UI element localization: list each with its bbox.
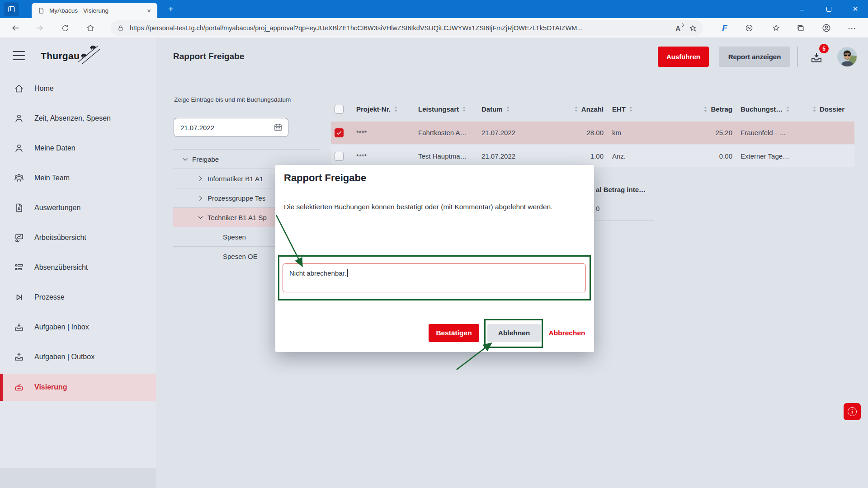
forward-button[interactable] — [32, 20, 48, 36]
column-header-dossier[interactable]: Dossier — [783, 97, 844, 121]
reject-button[interactable]: Ablehnen — [487, 324, 541, 342]
read-aloud-icon[interactable]: A — [675, 24, 683, 32]
cell-leistungsart: Test Hauptma… — [418, 145, 480, 167]
sort-icon[interactable] — [574, 106, 579, 113]
date-input[interactable]: 21.07.2022 — [174, 118, 288, 137]
address-bar[interactable]: https://personal-test.tg.ch/portal/myaba… — [111, 20, 703, 36]
confirm-button[interactable]: Bestätigen — [429, 324, 479, 342]
text-caret — [347, 269, 348, 277]
absence-list-icon — [14, 262, 24, 273]
window-maximize-button[interactable] — [818, 0, 839, 18]
sidebar-item-home[interactable]: Home — [0, 74, 156, 103]
table-row[interactable]: **** Test Hauptma… 21.07.2022 1.00 Anz. … — [331, 145, 854, 167]
new-tab-button[interactable]: + — [165, 3, 177, 16]
sidebar-menu: Home Zeit, Absenzen, Spesen Meine Daten … — [0, 74, 156, 401]
tab-workspaces-button[interactable] — [4, 2, 19, 16]
row-checkbox-checked[interactable] — [335, 128, 344, 137]
window-minimize-button[interactable]: – — [792, 0, 812, 18]
date-value: 21.07.2022 — [180, 124, 274, 131]
column-header-datum[interactable]: Datum — [481, 97, 510, 121]
sidebar-item-label: Zeit, Absenzen, Spesen — [34, 114, 111, 122]
home-icon — [86, 23, 95, 33]
chevron-right-icon — [197, 175, 204, 183]
sidebar-item-label: Mein Team — [34, 174, 70, 182]
brand-logo-text: Thurgau — [41, 51, 80, 61]
sidebar-item-label: Absenzübersicht — [34, 263, 88, 272]
cell-betrag: 25.20 — [678, 122, 732, 144]
rapport-freigabe-dialog: Rapport Freigabe Die selektierten Buchun… — [275, 165, 594, 352]
browser-tab[interactable]: MyAbacus - Visierung × — [32, 3, 157, 18]
page-title: Rapport Freigabe — [173, 52, 244, 61]
home-button[interactable] — [82, 20, 99, 36]
sidebar-item-zeit-absenzen-spesen[interactable]: Zeit, Absenzen, Spesen — [0, 103, 156, 133]
select-all-checkbox[interactable] — [335, 105, 344, 114]
row-checkbox-unchecked[interactable] — [335, 152, 344, 161]
sidebar-item-absenzuebersicht[interactable]: Absenzübersicht — [0, 253, 156, 282]
tab-close-icon[interactable]: × — [145, 7, 153, 14]
table-row[interactable]: **** Fahrtkosten A… 21.07.2022 28.00 km … — [331, 122, 854, 144]
sort-icon[interactable] — [628, 106, 633, 113]
sidebar-item-label: Meine Daten — [34, 144, 75, 152]
sidebar-item-mein-team[interactable]: Mein Team — [0, 163, 156, 193]
header-divider — [797, 47, 798, 67]
favorites-icon[interactable] — [767, 20, 785, 36]
info-button[interactable]: i — [844, 403, 861, 420]
back-button[interactable] — [7, 20, 24, 36]
cancel-button[interactable]: Abbrechen — [544, 324, 590, 342]
browser-profile-icon[interactable] — [817, 20, 835, 36]
calendar-icon[interactable] — [274, 123, 283, 132]
forward-icon — [35, 23, 44, 33]
sidebar-item-auswertungen[interactable]: Auswertungen — [0, 193, 156, 223]
column-header-anzahl[interactable]: Anzahl — [549, 97, 604, 121]
cell-betrag: 0.00 — [678, 145, 732, 167]
sidebar-item-aufgaben-inbox[interactable]: Aufgaben | Inbox — [0, 312, 156, 342]
chevron-down-icon — [197, 214, 204, 221]
tree-item-label: Spesen OE — [223, 253, 258, 260]
screen: MyAbacus - Visierung × + – ✕ https://per… — [0, 0, 868, 488]
column-header-betrag[interactable]: Betrag — [678, 97, 732, 121]
execute-button[interactable]: Ausführen — [658, 47, 709, 67]
show-report-button[interactable]: Report anzeigen — [719, 47, 790, 67]
cell-buchungstext: Frauenfeld - … — [741, 122, 808, 144]
team-icon — [14, 173, 24, 183]
summary-total-label-fragment: al Betrag inte… — [596, 186, 646, 193]
collections-icon[interactable] — [792, 20, 810, 36]
column-header-projekt[interactable]: Projekt-Nr. — [356, 97, 398, 121]
browser-essentials-icon[interactable] — [740, 20, 758, 36]
home-icon — [14, 83, 24, 94]
window-close-button[interactable]: ✕ — [845, 0, 866, 18]
read-aloud-arc — [680, 23, 684, 27]
more-menu-icon[interactable]: ⋯ — [843, 20, 861, 36]
cell-leistungsart: Fahrtkosten A… — [418, 122, 480, 144]
thurgau-crest-icon — [76, 43, 101, 64]
approval-box-icon — [14, 382, 24, 393]
reload-button[interactable] — [57, 20, 73, 36]
cell-projekt: **** — [356, 122, 367, 144]
tree-item-label: Techniker B1 A1 Sp — [208, 214, 267, 221]
sidebar-item-aufgaben-outbox[interactable]: Aufgaben | Outbox — [0, 342, 156, 372]
sidebar-item-arbeitsuebersicht[interactable]: Arbeitsübersicht — [0, 223, 156, 253]
sort-icon[interactable] — [505, 106, 510, 113]
sidebar-item-meine-daten[interactable]: Meine Daten — [0, 133, 156, 163]
sidebar-item-label: Visierung — [34, 383, 67, 391]
comment-textarea[interactable]: Nicht abrechenbar. — [283, 263, 586, 292]
sidebar-item-visierung[interactable]: Visierung — [0, 374, 156, 401]
cell-eht: km — [612, 122, 621, 144]
cell-projekt: **** — [356, 145, 367, 167]
sidebar-item-prozesse[interactable]: Prozesse — [0, 282, 156, 312]
column-header-eht[interactable]: EHT — [612, 97, 633, 121]
hamburger-menu-icon[interactable] — [13, 51, 25, 60]
sidebar-footer — [0, 468, 156, 488]
process-icon — [14, 292, 24, 303]
sort-icon[interactable] — [462, 106, 467, 113]
sort-icon[interactable] — [703, 106, 708, 113]
sort-icon[interactable] — [812, 106, 817, 113]
add-favorite-icon[interactable] — [689, 24, 697, 33]
user-avatar[interactable] — [837, 47, 857, 67]
extension-f-icon[interactable]: F — [716, 20, 734, 36]
tree-item-label: Freigabe — [192, 155, 219, 163]
column-header-leistungsart[interactable]: Leistungsart — [418, 97, 480, 121]
sort-icon[interactable] — [393, 106, 398, 113]
cell-anzahl: 1.00 — [549, 145, 604, 167]
page-favicon — [38, 7, 45, 14]
